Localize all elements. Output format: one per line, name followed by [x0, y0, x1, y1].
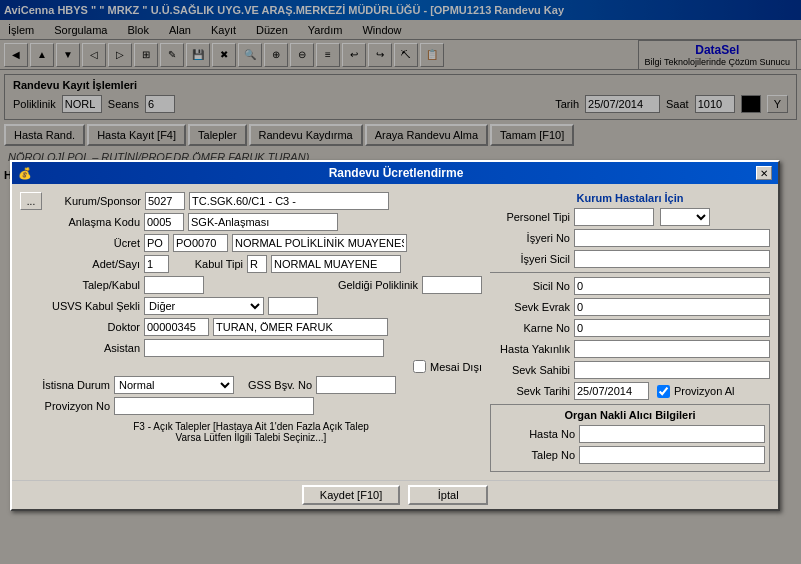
talep-kabul-label: Talep/Kabul [20, 279, 140, 291]
anlasma-kodu-desc-input[interactable] [188, 213, 338, 231]
personel-tipi-row: Personel Tipi [490, 208, 770, 226]
personel-tipi-select[interactable] [660, 208, 710, 226]
divider-1 [490, 272, 770, 273]
randevu-ucretlendirme-dialog: 💰 Randevu Ücretlendirme ✕ ... Kurum/Spon… [10, 160, 780, 511]
ucret-label: Ücret [20, 237, 140, 249]
sicil-no-row: Sicil No [490, 277, 770, 295]
ucret-code2-input[interactable] [173, 234, 228, 252]
ucret-code-input[interactable] [144, 234, 169, 252]
modal-footer: Kaydet [F10] İptal [12, 480, 778, 509]
cancel-button[interactable]: İptal [408, 485, 488, 505]
talep-kabul-input[interactable] [144, 276, 204, 294]
isyeri-no-label: İşyeri No [490, 232, 570, 244]
gss-bsv-input[interactable] [316, 376, 396, 394]
kurum-hasta-title: Kurum Hastaları İçin [490, 192, 770, 204]
gss-bsv-label: GSS Bşv. No [242, 379, 312, 391]
kabul-tipi-desc-input[interactable] [271, 255, 401, 273]
anlasma-kodu-code-input[interactable] [144, 213, 184, 231]
provizyon-input[interactable] [114, 397, 314, 415]
doktor-row: Doktor [20, 318, 482, 336]
personel-tipi-label: Personel Tipi [490, 211, 570, 223]
isyeri-sicil-input[interactable] [574, 250, 770, 268]
kabul-tipi-input[interactable] [247, 255, 267, 273]
f3-info-area: F3 - Açık Talepler [Hastaya Ait 1'den Fa… [20, 421, 482, 443]
isyeri-no-row: İşyeri No [490, 229, 770, 247]
geldi-poliklinik-label: Geldiği Poliklinik [328, 279, 418, 291]
f3-info-line2: Varsa Lütfen İlgili Talebi Seçiniz...] [20, 432, 482, 443]
talep-no-row: Talep No [495, 446, 765, 464]
asistan-input[interactable] [144, 339, 384, 357]
sevk-evrak-row: Sevk Evrak [490, 298, 770, 316]
kurum-ellipsis-btn[interactable]: ... [20, 192, 42, 210]
kurum-sponsor-row: ... Kurum/Sponsor [20, 192, 482, 210]
sicil-no-label: Sicil No [490, 280, 570, 292]
modal-title-text: Randevu Ücretlendirme [329, 166, 464, 180]
ucret-desc-input[interactable] [232, 234, 407, 252]
mesai-disi-row: Mesai Dışı [20, 360, 482, 373]
modal-body: ... Kurum/Sponsor Anlaşma Kodu Ücret [12, 184, 778, 480]
hasta-no-label: Hasta No [495, 428, 575, 440]
sevk-sahibi-input[interactable] [574, 361, 770, 379]
provizyon-label: Provizyon No [20, 400, 110, 412]
organ-nakli-title: Organ Nakli Alıcı Bilgileri [495, 409, 765, 421]
modal-left-panel: ... Kurum/Sponsor Anlaşma Kodu Ücret [20, 192, 482, 472]
sevk-tarihi-label: Sevk Tarihi [490, 385, 570, 397]
doktor-label: Doktor [20, 321, 140, 333]
karne-no-input[interactable] [574, 319, 770, 337]
talep-geldi-row: Talep/Kabul Geldiği Poliklinik [20, 276, 482, 294]
modal-title-icon: 💰 [18, 167, 32, 180]
save-button[interactable]: Kaydet [F10] [302, 485, 400, 505]
personel-tipi-input[interactable] [574, 208, 654, 226]
mesai-disi-label: Mesai Dışı [430, 361, 482, 373]
hasta-yakinlik-row: Hasta Yakınlık [490, 340, 770, 358]
provizyon-al-label: Provizyon Al [674, 385, 735, 397]
sevk-tarih-row: Sevk Tarihi Provizyon Al [490, 382, 770, 400]
hasta-no-row: Hasta No [495, 425, 765, 443]
sicil-no-input[interactable] [574, 277, 770, 295]
adet-sayi-input[interactable] [144, 255, 169, 273]
karne-no-label: Karne No [490, 322, 570, 334]
doktor-code-input[interactable] [144, 318, 209, 336]
modal-footer-buttons: Kaydet [F10] İptal [20, 485, 770, 505]
adet-sayi-label: Adet/Sayı [20, 258, 140, 270]
geldi-poliklinik-input[interactable] [422, 276, 482, 294]
karne-no-row: Karne No [490, 319, 770, 337]
istisna-durum-label: İstisna Durum [20, 379, 110, 391]
sevk-evrak-label: Sevk Evrak [490, 301, 570, 313]
kurum-sponsor-desc-input[interactable] [189, 192, 389, 210]
anlasma-kodu-label: Anlaşma Kodu [20, 216, 140, 228]
usvs-row: USVS Kabul Şekli Diğer [20, 297, 482, 315]
talep-no-input[interactable] [579, 446, 765, 464]
isyeri-sicil-row: İşyeri Sicil [490, 250, 770, 268]
kabul-tipi-label: Kabul Tipi [173, 258, 243, 270]
kurum-sponsor-label: Kurum/Sponsor [46, 195, 141, 207]
istisna-durum-select[interactable]: Normal [114, 376, 234, 394]
organ-nakli-section: Organ Nakli Alıcı Bilgileri Hasta No Tal… [490, 404, 770, 472]
f3-info-line1: F3 - Açık Talepler [Hastaya Ait 1'den Fa… [20, 421, 482, 432]
doktor-name-input[interactable] [213, 318, 388, 336]
usvs-kabul-label: USVS Kabul Şekli [20, 300, 140, 312]
isyeri-sicil-label: İşyeri Sicil [490, 253, 570, 265]
asistan-row: Asistan [20, 339, 482, 357]
hasta-yakinlik-label: Hasta Yakınlık [490, 343, 570, 355]
sevk-sahibi-label: Sevk Sahibi [490, 364, 570, 376]
adet-kabul-row: Adet/Sayı Kabul Tipi [20, 255, 482, 273]
istisna-gss-row: İstisna Durum Normal GSS Bşv. No [20, 376, 482, 394]
usvs-kabul-select[interactable]: Diğer [144, 297, 264, 315]
talep-no-label: Talep No [495, 449, 575, 461]
mesai-disi-checkbox[interactable] [413, 360, 426, 373]
isyeri-no-input[interactable] [574, 229, 770, 247]
modal-right-panel: Kurum Hastaları İçin Personel Tipi İşyer… [490, 192, 770, 472]
kurum-sponsor-code-input[interactable] [145, 192, 185, 210]
usvs-extra-input[interactable] [268, 297, 318, 315]
anlasma-kodu-row: Anlaşma Kodu [20, 213, 482, 231]
sevk-evrak-input[interactable] [574, 298, 770, 316]
provizyon-row: Provizyon No [20, 397, 482, 415]
modal-overlay: 💰 Randevu Ücretlendirme ✕ ... Kurum/Spon… [0, 0, 801, 564]
hasta-yakinlik-input[interactable] [574, 340, 770, 358]
provizyon-al-checkbox[interactable] [657, 385, 670, 398]
modal-close-button[interactable]: ✕ [756, 166, 772, 180]
sevk-tarihi-input[interactable] [574, 382, 649, 400]
hasta-no-input[interactable] [579, 425, 765, 443]
sevk-sahibi-row: Sevk Sahibi [490, 361, 770, 379]
